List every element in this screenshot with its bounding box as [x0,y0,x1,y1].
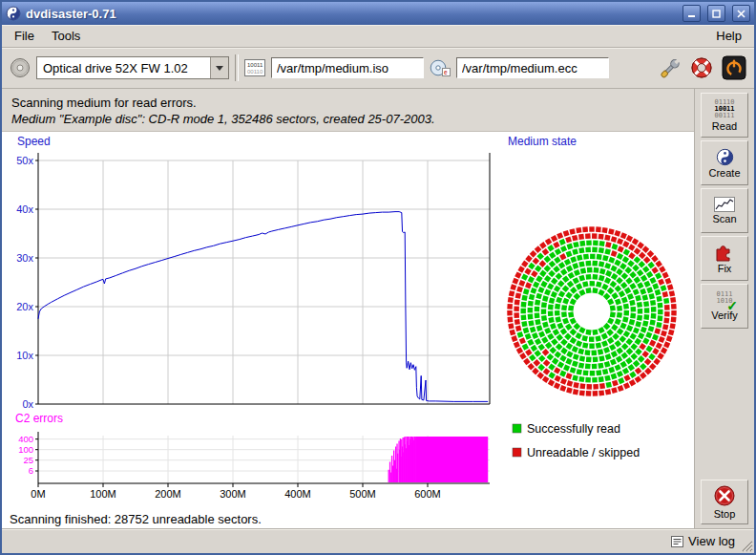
svg-text:Unreadable / skipped: Unreadable / skipped [527,446,640,459]
svg-text:200M: 200M [155,488,181,500]
svg-text:40x: 40x [16,203,33,215]
status-line-1: Scanning medium for read errors. [11,95,684,111]
chevron-down-icon [216,66,223,71]
window-title: dvdisaster-0.71 [26,7,676,21]
svg-text:400M: 400M [284,488,311,500]
yinyang-icon [716,148,734,166]
iso-file-icon: 1001100110 [244,59,265,76]
menubar: File Tools Help [2,25,754,48]
drive-select-value: Optical drive 52X FW 1.02 [37,61,210,75]
svg-text:20x: 20x [16,301,33,312]
svg-text:Successfully read: Successfully read [527,422,620,436]
drive-select-arrow[interactable] [210,57,228,78]
maximize-button[interactable] [707,5,725,22]
binary-icon: 01110 10011 00111 [714,99,734,119]
drive-select[interactable]: Optical drive 52X FW 1.02 [36,56,229,79]
menu-tools[interactable]: Tools [43,27,89,45]
stop-button-label: Stop [714,508,736,520]
svg-text:300M: 300M [220,488,246,500]
minimize-button[interactable] [682,5,701,22]
log-icon [671,536,683,547]
help-button[interactable] [690,56,713,79]
scan-result-text: Scanning finished: 28752 unreadable sect… [10,512,262,526]
app-logo-icon [6,6,21,21]
svg-text:10x: 10x [16,350,33,361]
toolbar-right-group [659,55,746,80]
stop-icon [713,484,736,507]
charts-canvas: SpeedMedium stateC2 errors0x10x20x30x40x… [2,132,694,508]
view-log-button[interactable]: View log [671,534,735,548]
chart-panel: SpeedMedium stateC2 errors0x10x20x30x40x… [2,132,694,528]
close-button[interactable] [732,5,750,22]
svg-text:500M: 500M [349,488,376,500]
svg-text:0x: 0x [22,398,33,410]
binary-check-icon: 0111 1010 ✓ [713,291,736,309]
close-icon [737,10,746,18]
check-icon: ✓ [726,299,738,312]
view-log-label: View log [688,534,735,548]
svg-text:400: 400 [18,434,33,444]
power-icon [722,55,746,80]
svg-text:10011: 10011 [247,62,263,68]
svg-text:e: e [444,69,448,75]
iso-path-input[interactable] [271,57,424,78]
resize-grip[interactable] [739,538,753,552]
bottombar: View log [2,528,754,553]
fix-button[interactable]: Fix [701,236,748,281]
ecc-path-input[interactable] [456,57,609,78]
create-button[interactable]: Create [701,140,748,185]
maximize-icon [712,10,721,18]
svg-text:100: 100 [18,444,33,455]
svg-text:Medium state: Medium state [508,135,577,148]
svg-text:0M: 0M [31,488,45,500]
svg-text:C2 errors: C2 errors [15,412,63,425]
read-button-label: Read [712,120,737,132]
stop-button[interactable]: Stop [701,480,748,524]
titlebar: dvdisaster-0.71 [2,2,754,25]
puzzle-icon [714,243,735,262]
preferences-button[interactable] [659,56,682,79]
svg-text:600M: 600M [414,488,441,500]
minimize-icon [687,10,696,18]
svg-text:100M: 100M [90,488,116,500]
drive-icon [10,57,31,78]
svg-text:25: 25 [23,455,33,465]
toolbar: Optical drive 52X FW 1.02 1001100110 e [2,48,754,89]
verify-button[interactable]: 0111 1010 ✓ Verify [701,284,748,329]
status-line-2: Medium "Example disc": CD-R mode 1, 3524… [11,111,684,128]
svg-text:30x: 30x [16,252,33,264]
scan-button[interactable]: Scan [701,188,748,233]
chart-icon [714,197,735,212]
lifebuoy-icon [690,56,713,79]
menu-help[interactable]: Help [707,27,750,45]
scan-button-label: Scan [712,213,736,224]
main-panel: Scanning medium for read errors. Medium … [2,89,694,528]
content-area: Scanning medium for read errors. Medium … [2,89,754,528]
svg-text:Speed: Speed [17,135,51,148]
svg-text:6: 6 [29,465,33,476]
toolbar-separator [235,54,239,81]
app-window: dvdisaster-0.71 File Tools Help Optical … [0,0,756,555]
menu-file[interactable]: File [6,27,43,45]
fix-button-label: Fix [718,263,732,274]
status-area: Scanning medium for read errors. Medium … [2,89,694,132]
svg-text:50x: 50x [16,155,33,166]
wrench-icon [659,56,682,79]
quit-button[interactable] [722,55,746,80]
read-button[interactable]: 01110 10011 00111 Read [701,93,748,138]
ecc-file-icon: e [430,59,451,76]
sidebar: 01110 10011 00111 Read Create [694,89,754,528]
svg-text:00110: 00110 [247,69,263,75]
create-button-label: Create [708,167,740,179]
